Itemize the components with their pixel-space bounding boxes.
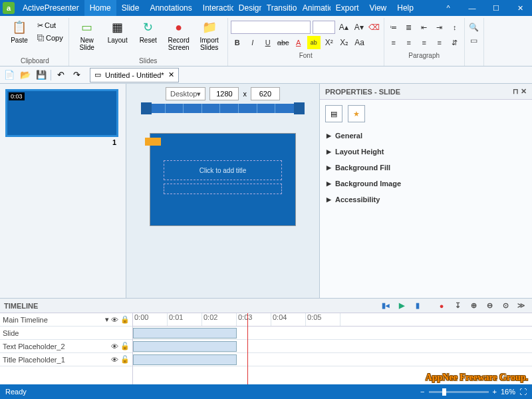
eye-icon[interactable]: 👁: [111, 342, 118, 350]
font-grow-button[interactable]: A▴: [337, 21, 350, 34]
undo-button[interactable]: ↶: [54, 68, 67, 82]
cut-button[interactable]: ✂Cut: [35, 19, 65, 31]
tab-animations[interactable]: Animations: [297, 0, 331, 16]
zoom-in-icon[interactable]: +: [493, 388, 497, 396]
track-bar-title1[interactable]: [133, 353, 532, 366]
zoom-out-button[interactable]: ⊖: [483, 300, 496, 312]
zoom-fit-button[interactable]: ⊙: [499, 300, 512, 312]
tab-view[interactable]: View: [364, 0, 392, 16]
maximize-icon[interactable]: ☐: [484, 0, 508, 16]
zoom-in-button[interactable]: ⊕: [467, 300, 480, 312]
tab-interactions[interactable]: Interactions: [198, 0, 233, 16]
tab-home[interactable]: Home: [84, 0, 116, 16]
lock-icon[interactable]: 🔓: [120, 342, 130, 350]
tab-export[interactable]: Export: [331, 0, 364, 16]
play-button[interactable]: ▶: [395, 300, 408, 312]
track-bar-slide[interactable]: [133, 327, 532, 340]
record-timeline-button[interactable]: ●: [435, 300, 448, 312]
tab-help[interactable]: Help: [392, 0, 419, 16]
close-icon[interactable]: ✕: [508, 0, 532, 16]
clear-format-button[interactable]: ⌫: [368, 21, 381, 34]
case-button[interactable]: Aa: [353, 36, 366, 49]
layout-button[interactable]: ▦Layout: [103, 18, 132, 55]
device-select[interactable]: Desktop ▾: [166, 87, 205, 100]
height-input[interactable]: [251, 87, 280, 100]
lock-icon[interactable]: 🔓: [120, 355, 130, 364]
valign-button[interactable]: ⇵: [448, 36, 462, 49]
pin-icon[interactable]: ⊓: [513, 87, 519, 95]
tab-design[interactable]: Design: [233, 0, 261, 16]
zoom-thumb[interactable]: [442, 388, 446, 396]
lock-icon[interactable]: 🔒: [120, 315, 130, 324]
bullets-button[interactable]: ≔: [387, 21, 400, 34]
superscript-button[interactable]: X²: [323, 36, 336, 49]
track-title1[interactable]: Title Placeholder_1👁🔓: [0, 353, 132, 366]
section-layout-height[interactable]: ▶Layout Height: [320, 144, 532, 160]
section-general[interactable]: ▶General: [320, 128, 532, 144]
window-up-icon[interactable]: ^: [436, 0, 460, 16]
find-button[interactable]: 🔍: [467, 21, 481, 34]
eye-icon[interactable]: 👁: [111, 316, 118, 324]
italic-button[interactable]: I: [246, 36, 259, 49]
mic-button[interactable]: ↧: [451, 300, 464, 312]
main-timeline-row[interactable]: Main Timeline▾👁🔒: [0, 313, 132, 327]
zoom-out-icon[interactable]: −: [420, 388, 424, 396]
slide-canvas[interactable]: Click to add title: [150, 133, 296, 226]
skip-start-button[interactable]: ▮◂: [379, 300, 392, 312]
track-slide[interactable]: Slide: [0, 327, 132, 340]
ruler-end-cap[interactable]: [294, 102, 305, 114]
subtitle-placeholder[interactable]: [164, 184, 282, 194]
track-text2[interactable]: Text Placeholder_2👁🔓: [0, 340, 132, 353]
align-center-button[interactable]: ≡: [402, 36, 416, 49]
playhead[interactable]: [247, 313, 248, 384]
track-bar-text2[interactable]: [133, 340, 532, 353]
time-ruler[interactable]: [146, 104, 299, 113]
record-button[interactable]: ●Record Screen: [164, 18, 194, 55]
minimize-icon[interactable]: —: [460, 0, 484, 16]
new-slide-button[interactable]: ▭New Slide: [72, 18, 102, 55]
width-input[interactable]: [209, 87, 239, 100]
save-button[interactable]: 💾: [35, 68, 48, 82]
title-placeholder[interactable]: Click to add title: [164, 160, 282, 180]
tab-annotations[interactable]: Annotations: [144, 0, 197, 16]
document-tab[interactable]: ▭ Untitled - Untitled* ✕: [90, 68, 179, 82]
highlight-button[interactable]: ab: [307, 36, 321, 49]
select-button[interactable]: ▭: [467, 34, 481, 47]
eye-icon[interactable]: 👁: [111, 356, 118, 364]
strike-button[interactable]: abc: [277, 36, 290, 49]
indent-inc-button[interactable]: ⇥: [433, 21, 446, 34]
import-button[interactable]: 📁Import Slides: [195, 18, 224, 55]
zoom-slider[interactable]: [429, 391, 489, 393]
indent-dec-button[interactable]: ⇤: [418, 21, 431, 34]
subscript-button[interactable]: X₂: [338, 36, 351, 49]
new-file-button[interactable]: 📄: [3, 68, 16, 82]
numbering-button[interactable]: ≣: [402, 21, 416, 34]
fit-icon[interactable]: ⛶: [519, 388, 527, 396]
ruler-start-cap[interactable]: [141, 102, 152, 114]
section-bg-image[interactable]: ▶Background Image: [320, 176, 532, 192]
redo-button[interactable]: ↷: [70, 68, 83, 82]
copy-button[interactable]: ⿻Copy: [35, 32, 65, 44]
bold-button[interactable]: B: [231, 36, 244, 49]
chevron-down-icon[interactable]: ▾: [105, 315, 109, 324]
align-left-button[interactable]: ≡: [387, 36, 400, 49]
paste-button[interactable]: 📋 Paste: [5, 18, 34, 55]
open-button[interactable]: 📂: [19, 68, 32, 82]
font-color-button[interactable]: A: [292, 36, 305, 49]
font-size-select[interactable]: [313, 21, 335, 34]
tab-slide[interactable]: Slide: [116, 0, 145, 16]
line-spacing-button[interactable]: ↕: [448, 21, 462, 34]
font-family-select[interactable]: [231, 21, 311, 34]
tab-transitions[interactable]: Transitions: [261, 0, 297, 16]
align-justify-button[interactable]: ≡: [433, 36, 446, 49]
font-shrink-button[interactable]: A▾: [352, 21, 366, 34]
props-tab-star[interactable]: ★: [348, 105, 365, 122]
timeline-ruler[interactable]: 0:000:010:020:030:040:05: [133, 313, 532, 327]
reset-button[interactable]: ↻Reset: [134, 18, 163, 55]
entry-marker-icon[interactable]: [145, 138, 161, 146]
slide-thumbnail[interactable]: 0:03: [5, 89, 118, 137]
section-accessibility[interactable]: ▶Accessibility: [320, 192, 532, 207]
close-panel-icon[interactable]: ✕: [521, 87, 527, 95]
stop-button[interactable]: ▮: [411, 300, 424, 312]
more-button[interactable]: ≫: [515, 300, 528, 312]
